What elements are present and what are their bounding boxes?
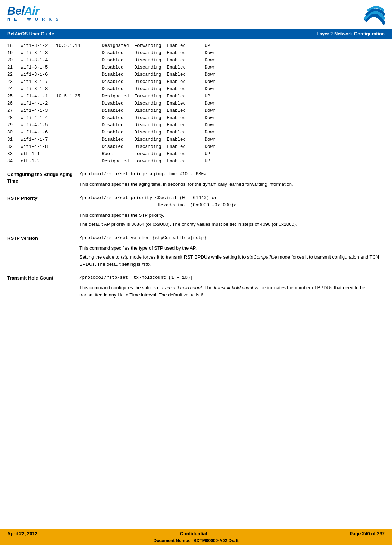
footer-right: Page 240 of 362 [349, 531, 385, 536]
bridge-aging-code: /protocol/rstp/set bridge aging-time <10… [79, 171, 385, 178]
rstp-priority-desc1: This command specifies the STP priority. [79, 212, 385, 219]
rstp-priority-desc2: The default AP priority is 36864 (or 0x9… [79, 221, 385, 228]
rstp-italic1: rstp [121, 254, 129, 260]
footer-wrapper: April 22, 2012 Confidential Page 240 of … [0, 529, 392, 545]
transmit-hold-section: Transmit Hold Count /protocol/rstp/set [… [7, 274, 385, 300]
table-pre: 18 wifi-3-1-2 10.5.1.14 Designated Forwa… [7, 42, 385, 165]
main-content: 18 wifi-3-1-2 10.5.1.14 Designated Forwa… [0, 39, 392, 300]
table-section: 18 wifi-3-1-2 10.5.1.14 Designated Forwa… [7, 42, 385, 165]
rstp-version-label: RSTP Version [7, 234, 79, 270]
bridge-aging-label: Configuring the Bridge Aging Time [7, 171, 79, 190]
footer-left: April 22, 2012 [7, 531, 38, 536]
transmit-hold-italic2: transmit hold count [214, 285, 254, 290]
bridge-aging-section: Configuring the Bridge Aging Time /proto… [7, 171, 385, 190]
rstp-version-desc2: Setting the value to rstp mode forces it… [79, 254, 385, 268]
rstp-italic3: rstp [142, 261, 150, 267]
brand-icon [356, 4, 385, 26]
title-left: BelAirOS User Guide [7, 31, 54, 36]
bridge-aging-content: /protocol/rstp/set bridge aging-time <10… [79, 171, 385, 190]
rstp-italic2: stpCompatible [247, 254, 277, 260]
transmit-hold-label: Transmit Hold Count [7, 274, 79, 300]
rstp-version-content: /protocol/rstp/set version {stpCompatibl… [79, 234, 385, 270]
transmit-hold-italic1: transmit hold count [162, 285, 202, 290]
logo-area: BelAir N E T W O R K S [7, 4, 60, 21]
rstp-version-code: /protocol/rstp/set version {stpCompatibl… [79, 234, 385, 242]
rstp-priority-section: RSTP Priority /protocol/rstp/set priorit… [7, 194, 385, 230]
rstp-version-section: RSTP Version /protocol/rstp/set version … [7, 234, 385, 270]
transmit-hold-code: /protocol/rstp/set [tx-holdcount (1 - 10… [79, 274, 385, 281]
title-bar: BelAirOS User Guide Layer 2 Network Conf… [0, 29, 392, 39]
belair-logo: BelAir [7, 4, 60, 18]
rstp-priority-code: /protocol/rstp/set priority <Decimal (0 … [79, 194, 385, 209]
page-header: BelAir N E T W O R K S [0, 0, 392, 29]
transmit-hold-desc1: This command configures the values of tr… [79, 284, 385, 298]
title-right: Layer 2 Network Configuration [317, 31, 385, 36]
networks-label: N E T W O R K S [7, 17, 60, 21]
rstp-version-desc1: This command specifies the type of STP u… [79, 245, 385, 252]
footer-center: Confidential [180, 531, 207, 536]
rstp-priority-content: /protocol/rstp/set priority <Decimal (0 … [79, 194, 385, 230]
footer-main: April 22, 2012 Confidential Page 240 of … [0, 529, 392, 538]
rstp-priority-label: RSTP Priority [7, 194, 79, 230]
bridge-aging-desc: This command specifies the aging time, i… [79, 181, 385, 188]
footer-doc: Document Number BDTM00000-A02 Draft [0, 538, 392, 545]
transmit-hold-content: /protocol/rstp/set [tx-holdcount (1 - 10… [79, 274, 385, 300]
